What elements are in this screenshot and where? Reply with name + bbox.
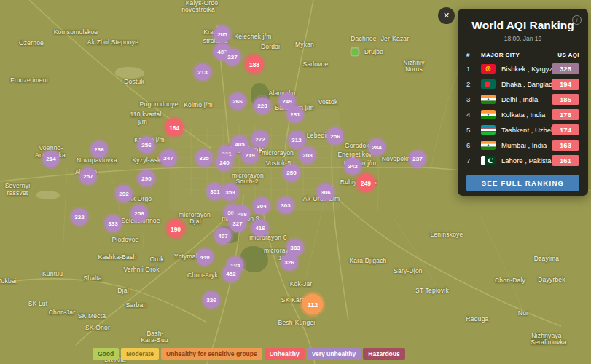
world-aqi-ranking-panel: i World AQI Ranking 18:00, Jan 19 # MAJO…	[458, 9, 588, 196]
aqi-marker[interactable]: 303	[278, 197, 294, 214]
map-place-label: SK Onor	[85, 324, 110, 331]
ranking-row[interactable]: 3Delhi , India185	[458, 92, 588, 107]
ranking-row[interactable]: 5Tashkent , Uzbekis...174	[458, 122, 588, 138]
map-place-label: Dayyrbek	[538, 276, 565, 283]
aqi-marker[interactable]: 242	[345, 158, 361, 175]
rank-number: 3	[466, 95, 481, 103]
aqi-marker[interactable]: 304	[254, 198, 270, 215]
map-place-label: Leninskoye	[430, 231, 463, 238]
aqi-badge: 325	[552, 63, 579, 74]
aqi-marker[interactable]: 405	[232, 136, 248, 153]
aqi-marker[interactable]: 312	[289, 132, 305, 149]
aqi-marker[interactable]: 231	[287, 106, 304, 123]
map-place-label: Norus	[405, 66, 423, 73]
ranking-row[interactable]: 2Dhaka , Bangladesh194	[458, 76, 588, 92]
aqi-badge: 176	[552, 109, 579, 120]
city-name: Delhi , India	[501, 95, 552, 103]
map-place-label: Kara Djigach	[349, 257, 386, 264]
aqi-marker[interactable]: 240	[216, 154, 233, 171]
panel-subtitle: 18:00, Jan 19	[458, 35, 588, 42]
air-quality-map-app: Kalys-OrdonovostroikaKomsomolskoeOzernoe…	[0, 0, 591, 364]
map-place-label: Dordoi	[261, 43, 280, 50]
aqi-marker[interactable]: 258	[131, 205, 148, 222]
aqi-marker[interactable]: 306	[318, 184, 334, 201]
map-place-label: j/m	[138, 118, 147, 125]
aqi-marker[interactable]: 213	[195, 64, 211, 81]
map-place-label: Prigorodnoye	[140, 100, 179, 108]
info-icon[interactable]: i	[572, 15, 582, 25]
map-place-label: Komsomolskoe	[54, 28, 98, 36]
map-place-label: Kara-Suu	[141, 336, 168, 344]
aqi-marker[interactable]: 292	[116, 186, 133, 202]
rank-number: 7	[466, 157, 481, 165]
map-place-label: Kolmo j/m	[184, 101, 213, 108]
rank-number: 1	[466, 65, 481, 73]
close-button[interactable]: ✕	[438, 7, 455, 24]
map-place-label: Mykan	[295, 41, 314, 48]
aqi-marker[interactable]: 353	[222, 184, 239, 201]
aqi-marker[interactable]: 184	[165, 119, 184, 137]
aqi-marker[interactable]: 333	[105, 215, 122, 232]
map-place-label: Novopavlovka	[77, 157, 117, 164]
aqi-marker[interactable]: 256	[327, 128, 344, 145]
aqi-marker[interactable]: 227	[224, 49, 241, 66]
aqi-marker[interactable]: 440	[197, 249, 214, 266]
rank-column-header: #	[466, 52, 481, 58]
map-place-label: novostroika	[181, 6, 215, 13]
map-place-label: ST Teplovik	[415, 287, 449, 294]
map-place-label: Kelechek j/m	[234, 33, 271, 40]
aqi-marker[interactable]: 247	[160, 150, 177, 167]
aqi-marker[interactable]: 236	[91, 141, 108, 158]
map-place-label: rassvet	[7, 189, 28, 197]
aqi-marker[interactable]: 284	[369, 139, 385, 156]
ranking-column-headers: # MAJOR CITY US AQI	[458, 52, 588, 58]
map-place-label: Yntymak	[174, 253, 199, 260]
aqi-marker[interactable]: 223	[254, 98, 271, 114]
legend-item: Unhealthy	[265, 348, 305, 360]
aqi-marker[interactable]: 188	[246, 55, 264, 74]
aqi-marker[interactable]: 326	[203, 292, 220, 309]
aqi-marker[interactable]: 205	[214, 26, 231, 43]
aqi-marker[interactable]: 208	[300, 147, 316, 164]
city-name: Lahore , Pakistan	[501, 157, 552, 165]
ranking-row[interactable]: 7Lahore , Pakistan161	[458, 153, 588, 168]
ranking-row[interactable]: 4Kolkata , India176	[458, 107, 588, 122]
map-place-label: Sary-Djon	[394, 267, 423, 274]
map-place-label: Kashka-Bash	[98, 253, 137, 261]
map-place-label: Dzaylma	[534, 255, 559, 262]
map-place-label: Verhnii Orok	[123, 266, 159, 273]
aqi-marker[interactable]: 257	[80, 168, 97, 185]
aqi-marker[interactable]: 452	[223, 266, 240, 282]
aqi-marker[interactable]: 325	[196, 150, 213, 167]
aqi-marker[interactable]: 266	[230, 93, 246, 110]
aqi-marker[interactable]: 256	[138, 137, 155, 154]
aqi-badge: 185	[552, 94, 579, 105]
aqi-marker[interactable]: 351	[207, 183, 224, 200]
aqi-marker[interactable]: 237	[410, 151, 426, 167]
aqi-marker[interactable]: 326	[281, 254, 298, 271]
aqi-marker[interactable]: 259	[283, 165, 300, 181]
aqi-marker[interactable]: 290	[138, 170, 155, 187]
aqi-marker[interactable]: 327	[230, 215, 246, 232]
map-place-label: Vostok	[318, 98, 338, 106]
ranking-row[interactable]: 6Mumbai , India163	[458, 138, 588, 153]
station-marker[interactable]	[352, 49, 359, 55]
ranking-row[interactable]: 1Bishkek , Kyrgyzstan325	[458, 61, 588, 76]
aqi-marker[interactable]: 249	[357, 174, 375, 192]
aqi-marker[interactable]: 416	[252, 220, 269, 237]
legend-item: Good	[93, 348, 119, 360]
map-place-label: Raduga	[466, 315, 489, 323]
map-place-label: Djal	[189, 218, 200, 225]
see-full-ranking-button[interactable]: SEE FULL RANKING	[466, 175, 579, 191]
aqi-marker[interactable]: 190	[167, 220, 185, 238]
aqi-marker[interactable]: 112	[302, 294, 324, 315]
aqi-marker[interactable]: 322	[71, 209, 88, 226]
map-place-label: Energetikov	[337, 151, 372, 158]
aqi-marker[interactable]: 214	[43, 151, 60, 167]
aqi-marker[interactable]: 407	[215, 228, 232, 245]
country-flag-icon	[481, 95, 496, 104]
map-place-label: Kok-Jar	[290, 280, 313, 288]
legend-item: Hazardous	[363, 348, 404, 360]
aqi-marker[interactable]: 272	[252, 131, 269, 148]
country-flag-icon	[481, 156, 496, 165]
